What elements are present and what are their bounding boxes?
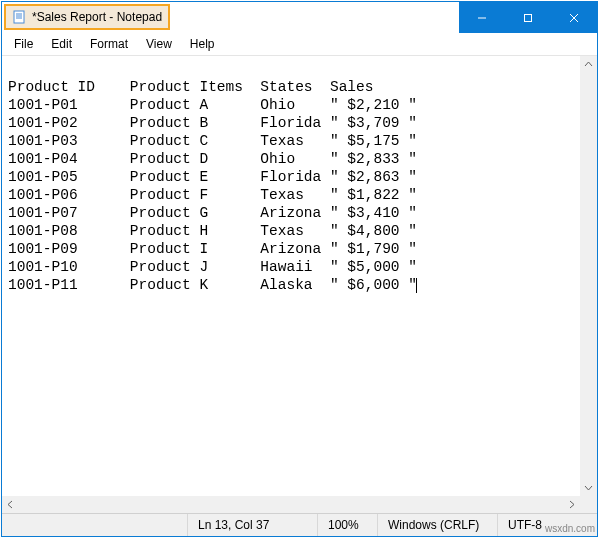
status-cursor-position: Ln 13, Col 37 (187, 514, 317, 536)
close-button[interactable] (551, 2, 597, 33)
scroll-up-arrow-icon[interactable] (580, 56, 597, 73)
status-spacer (2, 514, 187, 536)
menu-help[interactable]: Help (182, 35, 223, 53)
menu-format[interactable]: Format (82, 35, 136, 53)
titlebar-spacer[interactable] (170, 2, 459, 33)
maximize-button[interactable] (505, 2, 551, 33)
menu-view[interactable]: View (138, 35, 180, 53)
horizontal-scroll-track[interactable] (19, 496, 563, 513)
watermark: wsxdn.com (545, 523, 595, 534)
scroll-left-arrow-icon[interactable] (2, 496, 19, 513)
menu-file[interactable]: File (6, 35, 41, 53)
scroll-right-arrow-icon[interactable] (563, 496, 580, 513)
notepad-app-icon (12, 10, 26, 24)
window-controls (459, 2, 597, 33)
minimize-button[interactable] (459, 2, 505, 33)
scroll-down-arrow-icon[interactable] (580, 479, 597, 496)
vertical-scrollbar[interactable] (580, 56, 597, 496)
status-zoom: 100% (317, 514, 377, 536)
menu-edit[interactable]: Edit (43, 35, 80, 53)
svg-rect-0 (14, 11, 24, 23)
menubar: File Edit Format View Help (2, 33, 597, 55)
window-title: *Sales Report - Notepad (32, 10, 162, 24)
text-caret (416, 278, 417, 293)
title-highlight-annotation: *Sales Report - Notepad (4, 4, 170, 30)
vertical-scroll-track[interactable] (580, 73, 597, 479)
editor-area: Product ID Product Items States Sales 10… (2, 55, 597, 513)
notepad-window: *Sales Report - Notepad File Edit Format… (1, 1, 598, 537)
horizontal-scrollbar[interactable] (2, 496, 580, 513)
text-editor[interactable]: Product ID Product Items States Sales 10… (2, 56, 580, 496)
titlebar: *Sales Report - Notepad (2, 2, 597, 33)
status-line-ending: Windows (CRLF) (377, 514, 497, 536)
svg-rect-5 (525, 14, 532, 21)
statusbar: Ln 13, Col 37 100% Windows (CRLF) UTF-8 (2, 513, 597, 536)
scrollbar-corner (580, 496, 597, 513)
